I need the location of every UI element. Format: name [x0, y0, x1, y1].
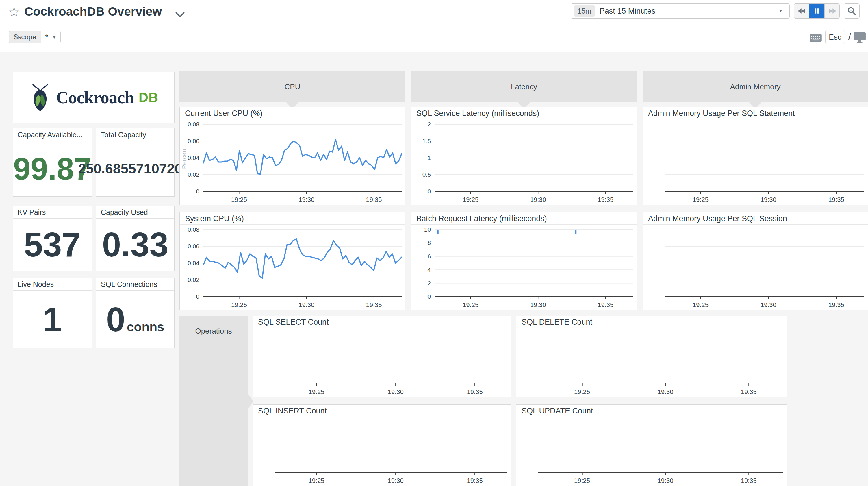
- svg-text:0: 0: [196, 293, 199, 300]
- fast-forward-icon: [828, 7, 837, 15]
- stat-label: KV Pairs: [13, 206, 92, 219]
- svg-text:19:35: 19:35: [467, 388, 483, 396]
- svg-text:0.04: 0.04: [188, 260, 199, 266]
- stat-kv-pairs[interactable]: KV Pairs 537: [13, 205, 92, 271]
- stat-capacity-used[interactable]: Capacity Used 0.33: [96, 205, 175, 271]
- svg-text:19:30: 19:30: [761, 301, 776, 309]
- chart-title: System CPU (%): [180, 212, 405, 225]
- pause-button[interactable]: [809, 4, 825, 18]
- svg-text:0.02: 0.02: [188, 277, 199, 283]
- rewind-icon: [798, 7, 806, 15]
- svg-text:0.08: 0.08: [188, 121, 199, 127]
- caret-down-icon: ▼: [52, 35, 57, 39]
- group-label: CPU: [285, 82, 301, 91]
- svg-text:19:30: 19:30: [299, 301, 314, 309]
- stat-label: Capacity Available...: [13, 128, 92, 141]
- svg-text:19:35: 19:35: [597, 301, 614, 309]
- cockroach-bug-icon: [29, 83, 52, 112]
- stat-live-nodes[interactable]: Live Nodes 1: [13, 278, 92, 348]
- chart-title: Batch Request Latency (milliseconds): [411, 212, 637, 225]
- stat-value: 0: [106, 303, 125, 337]
- chart-title: Admin Memory Usage Per SQL Statement: [643, 107, 868, 119]
- scope-variable-name: $scope: [9, 31, 41, 43]
- scope-template-variable[interactable]: $scope * ▼: [9, 31, 61, 44]
- group-header-admin-memory: Admin Memory: [643, 72, 868, 102]
- svg-text:1.5: 1.5: [423, 138, 431, 144]
- svg-text:19:35: 19:35: [829, 196, 844, 203]
- svg-text:19:35: 19:35: [741, 388, 757, 396]
- chart-plot-batch-request-latency[interactable]: 024681019:2519:3019:35: [411, 225, 637, 310]
- svg-text:6: 6: [427, 253, 431, 260]
- dashboard-page: ☆ CockroachDB Overview $scope * ▼ 15m Pa…: [0, 0, 868, 486]
- fullscreen-monitor-icon[interactable]: [853, 32, 866, 45]
- svg-text:19:25: 19:25: [574, 477, 590, 484]
- page-title[interactable]: CockroachDB Overview: [24, 5, 162, 19]
- stat-value: 537: [24, 228, 81, 262]
- svg-text:19:25: 19:25: [309, 477, 324, 484]
- time-range-selector[interactable]: 15m Past 15 Minutes ▼: [571, 3, 790, 19]
- chart-plot-sql-select-count[interactable]: 19:2519:3019:35: [253, 328, 511, 397]
- chart-plot-current-user-cpu[interactable]: 00.020.040.060.0819:2519:3019:35Percent: [180, 120, 405, 205]
- svg-text:19:25: 19:25: [463, 196, 478, 203]
- stat-label: SQL Connections: [96, 278, 174, 291]
- chart-plot-admin-mem-statement[interactable]: 19:2519:3019:35: [643, 120, 868, 205]
- svg-text:Percent: Percent: [181, 147, 187, 169]
- chart-plot-system-cpu[interactable]: 00.020.040.060.0819:2519:3019:35: [180, 225, 405, 310]
- svg-text:0.5: 0.5: [423, 171, 431, 178]
- keyboard-shortcuts-icon[interactable]: [809, 33, 823, 44]
- zoom-out-button[interactable]: [844, 3, 860, 19]
- chart-plot-admin-mem-session[interactable]: 19:2519:3019:35: [643, 225, 868, 310]
- svg-text:0.06: 0.06: [188, 138, 199, 144]
- stat-sql-connections[interactable]: SQL Connections 0 conns: [96, 278, 175, 348]
- chart-plot-sql-service-latency[interactable]: 00.511.5219:2519:3019:35: [411, 120, 637, 205]
- time-range-badge: 15m: [574, 5, 595, 17]
- rewind-button[interactable]: [794, 4, 809, 18]
- chevron-down-icon[interactable]: [175, 11, 185, 19]
- chart-card-sql-select-count: SQL SELECT Count 19:2519:3019:35: [252, 316, 511, 397]
- favorite-star-icon[interactable]: ☆: [8, 4, 20, 20]
- time-range-label: Past 15 Minutes: [599, 7, 778, 16]
- svg-text:19:30: 19:30: [388, 388, 404, 396]
- group-label: Admin Memory: [730, 82, 781, 91]
- svg-text:19:25: 19:25: [231, 301, 247, 309]
- svg-text:0: 0: [427, 188, 431, 195]
- svg-text:1: 1: [427, 154, 431, 161]
- cockroachdb-logo-widget: Cockroach DB: [13, 72, 175, 123]
- chart-card-batch-request-latency: Batch Request Latency (milliseconds) 024…: [411, 212, 637, 310]
- logo-wordmark: Cockroach: [56, 88, 134, 108]
- svg-text:0: 0: [427, 293, 431, 300]
- chart-plot-sql-update-count[interactable]: 19:2519:3019:35: [516, 417, 786, 486]
- chart-card-current-user-cpu: Current User CPU (%) 00.020.040.060.0819…: [180, 107, 405, 205]
- svg-text:19:30: 19:30: [761, 196, 776, 203]
- chart-title: Current User CPU (%): [180, 107, 405, 119]
- stat-label: Live Nodes: [13, 278, 92, 291]
- time-player-controls: [794, 3, 840, 19]
- pause-icon: [812, 7, 821, 15]
- chart-plot-sql-insert-count[interactable]: 19:2519:3019:35: [253, 417, 511, 486]
- stat-label: Capacity Used: [96, 206, 174, 219]
- forward-button[interactable]: [825, 4, 839, 18]
- group-label: Operations: [180, 316, 248, 336]
- group-header-cpu: CPU: [180, 72, 405, 102]
- chart-card-system-cpu: System CPU (%) 00.020.040.060.0819:2519:…: [180, 212, 405, 310]
- group-header-latency: Latency: [411, 72, 637, 102]
- scope-variable-value-dropdown[interactable]: * ▼: [41, 31, 60, 43]
- chart-title: SQL UPDATE Count: [516, 405, 786, 417]
- stat-value: 1: [43, 303, 62, 337]
- svg-text:19:30: 19:30: [388, 477, 404, 484]
- svg-text:19:35: 19:35: [741, 477, 757, 484]
- stat-value: 0.33: [102, 228, 168, 262]
- chart-plot-sql-delete-count[interactable]: 19:2519:3019:35: [516, 328, 786, 397]
- svg-text:19:25: 19:25: [692, 301, 709, 309]
- stat-unit: conns: [127, 320, 164, 334]
- svg-text:2: 2: [427, 121, 431, 127]
- svg-text:19:35: 19:35: [366, 301, 382, 309]
- svg-text:19:30: 19:30: [530, 196, 546, 203]
- chart-card-sql-delete-count: SQL DELETE Count 19:2519:3019:35: [516, 316, 787, 397]
- svg-text:0.08: 0.08: [188, 226, 199, 233]
- caret-down-icon: ▼: [778, 8, 783, 14]
- group-label: Latency: [511, 82, 537, 91]
- chart-card-sql-service-latency: SQL Service Latency (milliseconds) 00.51…: [411, 107, 637, 205]
- svg-text:19:30: 19:30: [657, 388, 673, 396]
- stat-total-capacity[interactable]: Total Capacity 250.6855710720 GB: [96, 128, 175, 197]
